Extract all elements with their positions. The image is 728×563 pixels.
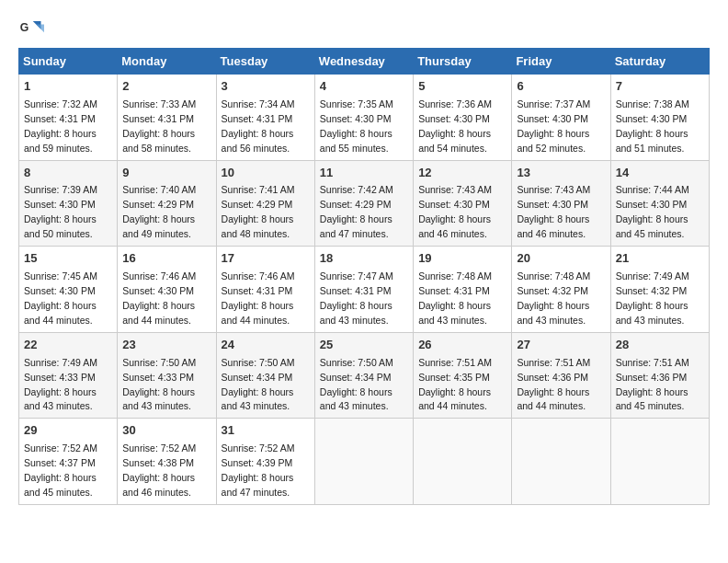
day-number: 9 [122,165,210,182]
calendar-cell: 2 Sunrise: 7:33 AMSunset: 4:31 PMDayligh… [118,75,216,161]
calendar-cell: 27 Sunrise: 7:51 AMSunset: 4:36 PMDaylig… [512,332,610,419]
calendar-cell: 21 Sunrise: 7:49 AMSunset: 4:32 PMDaylig… [610,247,709,333]
calendar-cell: 28 Sunrise: 7:51 AMSunset: 4:36 PMDaylig… [610,332,709,419]
day-number: 27 [517,337,605,354]
svg-text:G: G [20,21,29,34]
day-number: 17 [222,250,310,268]
calendar-cell: 25 Sunrise: 7:50 AMSunset: 4:34 PMDaylig… [314,332,413,419]
cell-info: Sunrise: 7:52 AMSunset: 4:37 PMDaylight:… [24,442,97,498]
day-number: 25 [320,337,408,354]
calendar-header: SundayMondayTuesdayWednesdayThursdayFrid… [19,49,710,75]
cell-info: Sunrise: 7:48 AMSunset: 4:32 PMDaylight:… [517,270,590,326]
day-number: 6 [517,78,605,96]
day-number: 28 [616,337,704,354]
cell-info: Sunrise: 7:40 AMSunset: 4:29 PMDaylight:… [122,184,196,239]
page-header: G [18,15,710,40]
cell-info: Sunrise: 7:52 AMSunset: 4:39 PMDaylight:… [222,442,295,498]
day-header-wednesday: Wednesday [314,49,413,75]
calendar-week-3: 15 Sunrise: 7:45 AMSunset: 4:30 PMDaylig… [19,247,710,333]
day-number: 13 [517,165,605,182]
calendar-table: SundayMondayTuesdayWednesdayThursdayFrid… [18,48,710,505]
calendar-week-4: 22 Sunrise: 7:49 AMSunset: 4:33 PMDaylig… [19,332,710,419]
cell-info: Sunrise: 7:34 AMSunset: 4:31 PMDaylight:… [222,98,295,154]
day-number: 19 [418,250,506,268]
cell-info: Sunrise: 7:47 AMSunset: 4:31 PMDaylight:… [320,270,393,326]
calendar-cell: 12 Sunrise: 7:43 AMSunset: 4:30 PMDaylig… [414,160,512,247]
day-number: 15 [24,250,112,268]
day-header-tuesday: Tuesday [216,49,314,75]
calendar-cell: 14 Sunrise: 7:44 AMSunset: 4:30 PMDaylig… [610,160,709,247]
day-number: 8 [24,165,112,182]
calendar-cell [414,419,512,505]
cell-info: Sunrise: 7:46 AMSunset: 4:30 PMDaylight:… [122,270,196,326]
cell-info: Sunrise: 7:48 AMSunset: 4:31 PMDaylight:… [418,270,492,326]
calendar-cell: 23 Sunrise: 7:50 AMSunset: 4:33 PMDaylig… [118,332,216,419]
calendar-cell: 24 Sunrise: 7:50 AMSunset: 4:34 PMDaylig… [216,332,314,419]
logo-icon: G [18,15,44,40]
calendar-cell: 26 Sunrise: 7:51 AMSunset: 4:35 PMDaylig… [414,332,512,419]
calendar-week-1: 1 Sunrise: 7:32 AMSunset: 4:31 PMDayligh… [19,75,710,161]
calendar-cell: 19 Sunrise: 7:48 AMSunset: 4:31 PMDaylig… [414,247,512,333]
cell-info: Sunrise: 7:49 AMSunset: 4:32 PMDaylight:… [616,270,689,326]
calendar-cell: 9 Sunrise: 7:40 AMSunset: 4:29 PMDayligh… [118,160,216,247]
cell-info: Sunrise: 7:44 AMSunset: 4:30 PMDaylight:… [616,184,689,239]
calendar-cell: 30 Sunrise: 7:52 AMSunset: 4:38 PMDaylig… [118,419,216,505]
day-header-thursday: Thursday [414,49,512,75]
logo: G [18,15,48,40]
calendar-cell: 16 Sunrise: 7:46 AMSunset: 4:30 PMDaylig… [118,247,216,333]
calendar-cell [512,419,610,505]
cell-info: Sunrise: 7:51 AMSunset: 4:36 PMDaylight:… [616,357,689,412]
cell-info: Sunrise: 7:51 AMSunset: 4:36 PMDaylight:… [517,357,590,412]
cell-info: Sunrise: 7:50 AMSunset: 4:34 PMDaylight:… [222,357,295,412]
day-number: 2 [122,78,210,96]
day-header-friday: Friday [512,49,610,75]
calendar-cell [314,419,413,505]
cell-info: Sunrise: 7:37 AMSunset: 4:30 PMDaylight:… [517,98,590,154]
cell-info: Sunrise: 7:50 AMSunset: 4:33 PMDaylight:… [122,357,196,412]
day-number: 31 [222,422,310,440]
calendar-cell: 22 Sunrise: 7:49 AMSunset: 4:33 PMDaylig… [19,332,118,419]
day-number: 29 [24,422,112,440]
calendar-cell: 8 Sunrise: 7:39 AMSunset: 4:30 PMDayligh… [19,160,118,247]
day-number: 24 [222,337,310,354]
day-number: 1 [24,78,112,96]
calendar-cell: 18 Sunrise: 7:47 AMSunset: 4:31 PMDaylig… [314,247,413,333]
day-header-saturday: Saturday [610,49,709,75]
cell-info: Sunrise: 7:52 AMSunset: 4:38 PMDaylight:… [122,442,196,498]
cell-info: Sunrise: 7:43 AMSunset: 4:30 PMDaylight:… [418,184,492,239]
calendar-cell: 15 Sunrise: 7:45 AMSunset: 4:30 PMDaylig… [19,247,118,333]
calendar-cell: 17 Sunrise: 7:46 AMSunset: 4:31 PMDaylig… [216,247,314,333]
day-number: 14 [616,165,704,182]
calendar-cell: 20 Sunrise: 7:48 AMSunset: 4:32 PMDaylig… [512,247,610,333]
day-number: 16 [122,250,210,268]
calendar-cell: 11 Sunrise: 7:42 AMSunset: 4:29 PMDaylig… [314,160,413,247]
day-number: 10 [222,165,310,182]
day-number: 21 [616,250,704,268]
cell-info: Sunrise: 7:36 AMSunset: 4:30 PMDaylight:… [418,98,492,154]
calendar-cell: 7 Sunrise: 7:38 AMSunset: 4:30 PMDayligh… [610,75,709,161]
calendar-cell [610,419,709,505]
calendar-week-2: 8 Sunrise: 7:39 AMSunset: 4:30 PMDayligh… [19,160,710,247]
day-number: 26 [418,337,506,354]
day-number: 11 [320,165,408,182]
day-number: 22 [24,337,112,354]
calendar-cell: 4 Sunrise: 7:35 AMSunset: 4:30 PMDayligh… [314,75,413,161]
calendar-cell: 6 Sunrise: 7:37 AMSunset: 4:30 PMDayligh… [512,75,610,161]
day-number: 4 [320,78,408,96]
cell-info: Sunrise: 7:45 AMSunset: 4:30 PMDaylight:… [24,270,97,326]
cell-info: Sunrise: 7:50 AMSunset: 4:34 PMDaylight:… [320,357,393,412]
svg-marker-2 [36,25,44,33]
calendar-body: 1 Sunrise: 7:32 AMSunset: 4:31 PMDayligh… [19,75,710,505]
calendar-cell: 3 Sunrise: 7:34 AMSunset: 4:31 PMDayligh… [216,75,314,161]
calendar-cell: 10 Sunrise: 7:41 AMSunset: 4:29 PMDaylig… [216,160,314,247]
calendar-cell: 29 Sunrise: 7:52 AMSunset: 4:37 PMDaylig… [19,419,118,505]
cell-info: Sunrise: 7:35 AMSunset: 4:30 PMDaylight:… [320,98,393,154]
day-number: 18 [320,250,408,268]
cell-info: Sunrise: 7:41 AMSunset: 4:29 PMDaylight:… [222,184,295,239]
cell-info: Sunrise: 7:39 AMSunset: 4:30 PMDaylight:… [24,184,97,239]
cell-info: Sunrise: 7:32 AMSunset: 4:31 PMDaylight:… [24,98,97,154]
cell-info: Sunrise: 7:38 AMSunset: 4:30 PMDaylight:… [616,98,689,154]
day-number: 7 [616,78,704,96]
day-header-sunday: Sunday [19,49,118,75]
day-number: 12 [418,165,506,182]
